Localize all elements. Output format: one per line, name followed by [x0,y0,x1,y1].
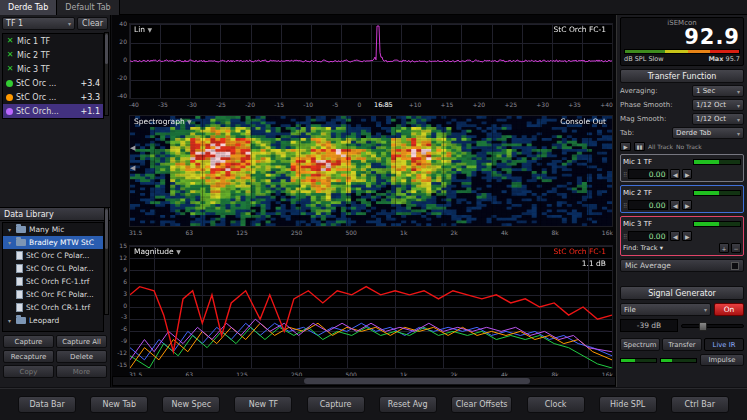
increment-button[interactable]: ▶ [682,169,692,179]
all-track-label[interactable]: All Track [648,143,673,150]
library-item[interactable]: StC Orch CR-1.trf [3,301,103,314]
spectrograph-canvas[interactable] [130,116,612,226]
mic-block-3: Mic 3 TF⠿0.00◀▶Find: Track ▾+− [620,216,744,256]
trace-list-scrollbar[interactable] [104,32,109,116]
library-more-button[interactable]: More [56,365,107,378]
impulse-button[interactable]: Impulse [700,354,744,366]
spectrograph-type-select[interactable]: Spectrograph ▼ [134,117,192,126]
clock-button[interactable]: Clock [527,396,585,413]
x-tick-label: 125 [236,229,247,238]
setting-select[interactable]: 1 Sec▾ [692,85,744,97]
library-recapture-button[interactable]: Recapture [3,350,54,363]
trace-row[interactable]: ✕Mic 3 TF [3,62,103,76]
library-copy-button[interactable]: Copy [3,365,54,378]
signal-generator-header[interactable]: Signal Generator [620,286,744,300]
live-ir-canvas[interactable] [130,24,612,98]
tab-select[interactable]: Derde Tab▾ [672,127,744,139]
live-ir-plot[interactable] [129,23,613,99]
decrement-button[interactable]: ◀ [670,200,680,210]
decrement-button[interactable]: ◀ [670,169,680,179]
live-ir-scale-select[interactable]: Lin ▼ [134,25,152,34]
library-item[interactable]: ▾Bradley MTW StC [3,236,103,249]
data-bar-button[interactable]: Data Bar [18,396,76,413]
x-tick-label: +15 [441,101,454,110]
library-delete-button[interactable]: Delete [56,350,107,363]
setting-select[interactable]: 1/12 Oct▾ [692,113,744,125]
clear-offsets-button[interactable]: Clear Offsets [451,396,513,413]
trace-label: StC Orc ... [16,93,56,102]
trace-row[interactable]: ✕Mic 2 TF [3,48,103,62]
minus-button[interactable]: − [731,243,741,253]
chevron-down-icon: ▼ [147,26,152,33]
mic-average-button[interactable]: Mic Average [620,259,744,272]
tree-expand-icon[interactable]: ▾ [6,317,13,324]
tree-expand-icon[interactable]: ▾ [6,239,13,246]
magnitude-type-select[interactable]: Magnitude ▼ [134,247,181,256]
drag-handle-icon[interactable]: ⠿ [623,202,626,209]
y-tick-label: -40 [112,92,127,99]
range-marker-bottom-icon[interactable]: ◀ [130,165,135,172]
increment-button[interactable]: ▶ [682,200,692,210]
library-item[interactable]: StC Orc FC Polar... [3,288,103,301]
mic-gain-value[interactable]: 0.00 [628,231,668,241]
library-item[interactable]: ▾Many Mic [3,223,103,236]
setting-select[interactable]: 1/12 Oct▾ [692,99,744,111]
library-item[interactable]: StC Orch FC-1.trf [3,275,103,288]
mic-label: Mic 3 TF [623,220,691,228]
view-transfer-button[interactable]: Transfer [662,338,702,351]
trace-row[interactable]: ✕Mic 1 TF [3,34,103,48]
trace-row[interactable]: StC Orc ...+3.3 [3,90,103,104]
reset-avg-button[interactable]: Reset Avg [379,396,437,413]
new-spec-button[interactable]: New Spec [162,396,220,413]
generator-source-select[interactable]: File▾ [620,303,711,316]
mic-title-row: Mic 1 TF [623,156,741,168]
decrement-button[interactable]: ◀ [670,231,680,241]
spectrograph-plot[interactable] [129,115,613,227]
drag-handle-icon[interactable]: ⠿ [623,233,626,240]
library-capture-all-button[interactable]: Capture All [56,335,107,348]
horizontal-scrollbar[interactable] [112,376,616,386]
x-tick-label: +40 [600,101,613,110]
play-icon[interactable]: ▶ [620,142,631,151]
magnitude-canvas[interactable] [130,246,612,368]
range-marker-top-icon[interactable]: ◀ [130,145,135,152]
library-capture-button[interactable]: Capture [3,335,54,348]
library-item[interactable]: StC Orc CL Polar... [3,262,103,275]
library-item[interactable]: StC Orc C Polar... [3,249,103,262]
scroll-thumb[interactable] [105,209,108,249]
drag-handle-icon[interactable]: ⠿ [623,171,626,178]
view-live-ir-button[interactable]: Live IR [704,338,744,351]
tab-default[interactable]: Default Tab [57,0,119,15]
new-tf-button[interactable]: New TF [234,396,292,413]
tf-group-select[interactable]: TF 1▾ [2,17,75,30]
x-tick-label: -40 [129,101,139,110]
mic-gain-value[interactable]: 0.00 [628,169,668,179]
plus-button[interactable]: + [719,243,729,253]
tf-settings: Averaging:1 Sec▾Phase Smooth:1/12 Oct▾Ma… [620,85,744,125]
clear-button[interactable]: Clear [77,17,108,30]
trace-row[interactable]: StC Orch...+1.1 [3,104,103,118]
tree-expand-icon[interactable]: ▾ [6,226,13,233]
trace-row[interactable]: StC Orc ...+3.4 [3,76,103,90]
generator-level-slider[interactable] [681,324,744,328]
slider-thumb[interactable] [699,322,707,331]
pause-icon[interactable]: ▮▮ [634,142,645,151]
magnitude-plot[interactable] [129,245,613,369]
increment-button[interactable]: ▶ [682,231,692,241]
library-item[interactable]: ▾Leopard [3,314,103,327]
new-tab-button[interactable]: New Tab [90,396,148,413]
ctrl-bar-button[interactable]: Ctrl Bar [671,396,729,413]
find-track-select[interactable]: Find: Track ▾ [623,244,717,252]
generator-on-button[interactable]: On [714,303,744,316]
capture-button[interactable]: Capture [307,396,365,413]
no-track-label[interactable]: No Track [676,143,702,150]
library-scrollbar[interactable] [104,207,109,315]
mic-gain-value[interactable]: 0.00 [628,200,668,210]
tab-derde[interactable]: Derde Tab [0,0,57,15]
hide-spl-button[interactable]: Hide SPL [599,396,657,413]
view-spectrum-button[interactable]: Spectrum [620,338,660,351]
transfer-function-header[interactable]: Transfer Function [620,69,744,83]
scroll-thumb[interactable] [304,378,530,384]
scroll-thumb[interactable] [105,34,108,64]
y-tick-label: -3 [112,313,127,320]
